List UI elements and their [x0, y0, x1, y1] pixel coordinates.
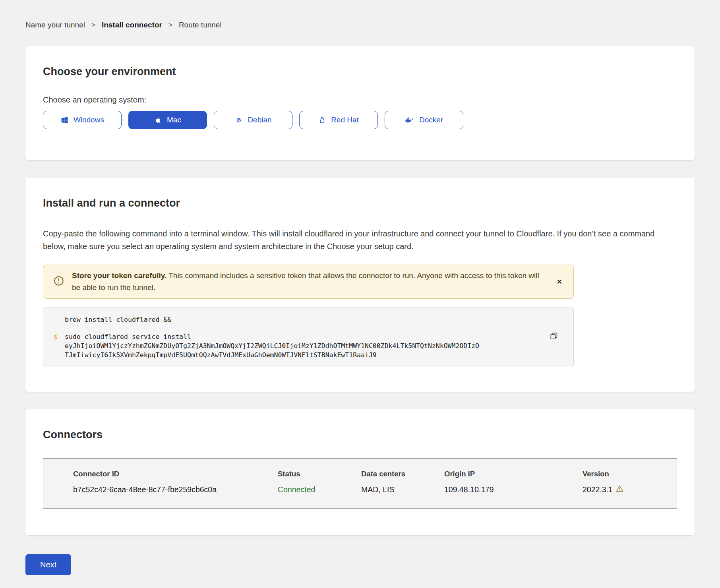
os-select-label: Choose an operating system: [43, 95, 677, 104]
os-button-group: Windows Mac Debian Red Hat [43, 111, 677, 129]
connectors-table: Connector ID Status Data centers Origin … [43, 458, 677, 509]
copy-icon[interactable] [549, 331, 559, 342]
connectors-table-header: Connector ID Status Data centers Origin … [73, 470, 677, 478]
breadcrumb-step-route-tunnel[interactable]: Route tunnel [179, 21, 222, 29]
col-header-version: Version [583, 470, 677, 478]
warning-triangle-icon [616, 485, 623, 494]
os-button-windows[interactable]: Windows [43, 111, 122, 129]
table-row: b7c52c42-6caa-48ee-8c77-fbe259cb6c0a Con… [73, 485, 677, 494]
environment-card-title: Choose your environment [43, 65, 677, 78]
breadcrumb: Name your tunnel > Install connector > R… [25, 0, 695, 29]
token-warning-title: Store your token carefully. [72, 271, 166, 280]
breadcrumb-step-install-connector[interactable]: Install connector [102, 21, 162, 29]
os-button-label: Windows [74, 116, 104, 124]
tux-penguin-icon [318, 116, 326, 124]
page: Name your tunnel > Install connector > R… [0, 0, 720, 575]
os-button-debian[interactable]: Debian [214, 111, 292, 129]
os-button-label: Docker [419, 116, 443, 124]
os-button-docker[interactable]: Docker [385, 111, 463, 129]
prompt-spacer [54, 315, 65, 324]
sudo-command-wrap: sudo cloudflared service install eyJhIjo… [65, 332, 561, 360]
data-centers-value: MAD, LIS [361, 485, 444, 494]
os-button-label: Debian [248, 116, 271, 124]
version-value: 2022.3.1 [583, 485, 613, 494]
col-header-status: Status [278, 470, 361, 478]
next-button[interactable]: Next [25, 554, 71, 575]
shell-prompt: $ [54, 332, 65, 360]
apple-icon [154, 116, 162, 124]
debian-icon [234, 116, 243, 124]
os-button-label: Red Hat [331, 116, 359, 124]
docker-whale-icon [405, 116, 414, 124]
os-button-label: Mac [167, 116, 181, 124]
install-command-code-block: brew install cloudflared && $ sudo cloud… [43, 308, 574, 367]
tunnel-token-text: eyJhIjoiOWM1YjczYzhmZGNmZDUyOTg2ZjA3NmJm… [65, 341, 480, 360]
code-line-sudo: $ sudo cloudflared service install eyJhI… [54, 332, 561, 360]
install-connector-description: Copy-paste the following command into a … [43, 227, 677, 253]
col-header-origin-ip: Origin IP [444, 470, 583, 478]
breadcrumb-separator: > [168, 21, 172, 29]
sudo-command-text: sudo cloudflared service install [65, 333, 191, 340]
install-connector-card: Install and run a connector Copy-paste t… [25, 178, 695, 392]
alert-circle-icon [54, 276, 64, 288]
version-value-wrap: 2022.3.1 [583, 485, 677, 494]
breadcrumb-separator: > [91, 21, 95, 29]
code-line-brew: brew install cloudflared && [54, 315, 561, 324]
brew-command-text: brew install cloudflared && [65, 315, 561, 324]
col-header-data-centers: Data centers [361, 470, 444, 478]
col-header-connector-id: Connector ID [73, 470, 278, 478]
origin-ip-value: 109.48.10.179 [444, 485, 583, 494]
breadcrumb-step-name-your-tunnel[interactable]: Name your tunnel [25, 21, 85, 29]
banner-close-icon[interactable]: ✕ [554, 276, 565, 288]
connector-id-value: b7c52c42-6caa-48ee-8c77-fbe259cb6c0a [73, 485, 278, 494]
os-button-mac[interactable]: Mac [128, 111, 207, 129]
token-warning-banner: Store your token carefully. This command… [43, 265, 574, 299]
connectors-title: Connectors [43, 428, 677, 441]
install-connector-title: Install and run a connector [43, 197, 677, 210]
os-button-redhat[interactable]: Red Hat [299, 111, 378, 129]
token-warning-text: Store your token carefully. This command… [72, 270, 563, 294]
environment-card: Choose your environment Choose an operat… [25, 46, 695, 160]
connectors-card: Connectors Connector ID Status Data cent… [25, 409, 695, 535]
status-badge: Connected [278, 485, 361, 494]
windows-icon [60, 116, 69, 124]
